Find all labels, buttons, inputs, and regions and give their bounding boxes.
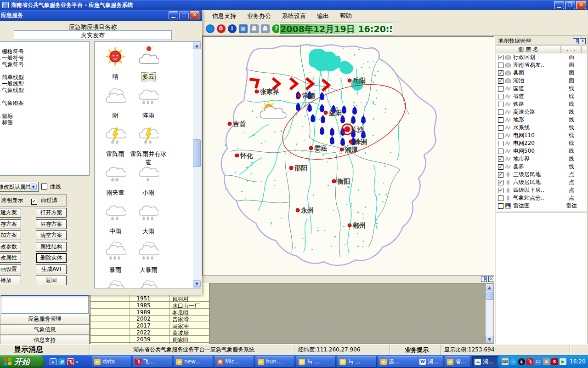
stock-app-icon[interactable]: ▶ [560,358,566,365]
layer-row-湖泊[interactable]: ✓湖泊面 [496,77,587,85]
station-row[interactable]: 2002曾家湾 [90,315,209,322]
layer-row-气象站点分..[interactable]: 气象站点分..点 [496,194,587,202]
tree-leaf-一般线型[interactable]: 一般线型 [0,80,89,87]
weather-symbol-雷阵雨并有冰雹[interactable]: 雷阵雨并有冰雹 [128,123,169,167]
button-修改参数[interactable]: 修改参数 [0,242,21,252]
weather-symbol-多云[interactable]: 多云 [128,46,169,81]
scroll-down-icon[interactable]: ▼ [486,336,493,343]
scroll-up-icon[interactable]: ▲ [486,284,493,291]
weather-symbol-小雨[interactable]: 小雨 [128,162,169,197]
tree-node-其他[interactable]: 其他 [0,106,89,113]
button-返回[interactable]: 返回 [36,276,67,285]
layer-row-行政区划[interactable]: ✓行政区划面 [496,53,587,61]
layer-checkbox[interactable]: ✓ [498,172,503,178]
layer-checkbox[interactable] [498,141,503,146]
layer-checkbox[interactable]: ✓ [498,156,503,162]
button-添加方案[interactable]: 添加方案 [0,230,21,240]
layer-checkbox[interactable] [498,63,503,68]
layer-checkbox[interactable] [498,102,503,107]
close-panel-icon[interactable]: ✕ [488,276,494,282]
default-attr-dropdown[interactable]: 修改默认属性 ▼ [0,182,39,192]
pin-icon[interactable]: 卩 [481,276,487,282]
minimize-button[interactable]: ▁ [554,1,564,9]
tree-leaf-气象线型[interactable]: 气象线型 [0,87,89,93]
scroll-thumb[interactable] [193,139,201,167]
layer-row-水系线[interactable]: 水系线线 [496,124,587,132]
station-row[interactable]: 2022黄坡塘 [90,329,209,336]
maximize-icon[interactable]: □ [179,11,189,19]
msn-icon[interactable]: ‹ [510,358,517,365]
weather-symbol-extra[interactable] [128,278,169,288]
taskbar-task-9[interactable]: W湖... [417,356,443,367]
taskbar-task-6[interactable]: ▤与 ... [296,356,335,367]
qq-penguin-icon[interactable]: 🐧 [518,358,525,365]
taskbar-task-1[interactable]: ▰data [92,356,131,367]
layer-row-省道[interactable]: 省道线 [496,92,587,100]
nav-button-气象信息[interactable]: 气象信息 [0,324,90,335]
menu-item-输出[interactable]: 输出 [312,11,334,22]
column-layer-name[interactable]: 图 层 名 [496,46,561,53]
dialog-titlebar[interactable]: 应急服务 ▁ □ ✕ [0,10,202,21]
station-row[interactable]: 2017马家冲 [90,322,209,329]
menu-item-业务办公[interactable]: 业务办公 [243,11,276,22]
layer-checkbox[interactable] [498,203,503,209]
column-extra[interactable] [581,46,588,53]
button-清空方案[interactable]: 清空方案 [36,230,67,240]
tree-node-符号[interactable]: 符号 [0,42,89,48]
button-保存方案[interactable]: 保存方案 [0,219,21,229]
layer-checkbox[interactable]: ✓ [498,55,503,60]
tree-node-线型[interactable]: 线型 [0,68,89,74]
detail-scrollbar[interactable]: ▲ ▼ [486,284,493,343]
toolbar-printer-icon[interactable]: 🖶 [260,24,270,34]
menu-item-系统设置[interactable]: 系统设置 [277,11,311,22]
button-打开方案[interactable]: 打开方案 [36,208,67,218]
weather-symbol-阵雨[interactable]: 阵雨 [128,85,169,120]
layer-row-地市界[interactable]: ✓地市界线 [496,155,587,163]
scroll-up-icon[interactable]: ▲ [193,42,201,49]
taskbar-task-10[interactable]: ▰省... [445,356,470,367]
nav-button-应急服务管理[interactable]: 应急服务管理 [0,314,90,324]
toolbar-printer-icon[interactable]: 🖶 [249,24,259,34]
toolbar-image-icon[interactable]: ▦ [238,24,248,34]
map-canvas[interactable]: 张家界岳阳常德益阳长沙株洲湘潭娄底吉首怀化邵阳衡阳永州郴州 [202,36,495,276]
layer-row-地形[interactable]: 地形线 [496,116,587,124]
taskbar-task-3[interactable]: ▰new... [174,356,213,367]
weather-symbol-大雨[interactable]: 大雨 [128,201,169,236]
layer-row-县面[interactable]: ✓县面面 [496,69,587,77]
taskbar-task-2[interactable]: 飞飞... [133,356,172,367]
button-新建方案[interactable]: 新建方案 [0,208,21,218]
layer-row-国道[interactable]: 国道线 [496,85,587,92]
feiq-icon[interactable]: 飞 [67,358,74,365]
button-播放[interactable]: 播放 [0,276,21,285]
layer-checkbox[interactable] [498,196,503,201]
station-row[interactable]: 1951凤羽村 [90,295,209,302]
layer-row-雷达图[interactable]: 雷达图雷达 [496,202,587,210]
chevron-more-icon[interactable]: » [76,359,79,364]
start-button[interactable]: 开始 [0,355,45,368]
menu-item-信息支持[interactable]: 信息支持 [208,11,241,22]
tree-leaf-箭标[interactable]: 箭标 [0,113,89,119]
button-属性结构[interactable]: 属性结构 [36,242,67,252]
tree-leaf-一般符号[interactable]: 一般符号 [0,55,89,61]
face-filter-checkbox[interactable]: ✓ [31,199,37,205]
mute-icon[interactable]: ⊘ [543,358,550,365]
layer-checkbox[interactable] [498,117,503,123]
layer-checkbox[interactable]: ✓ [498,70,503,76]
chevron-down-icon[interactable]: ▼ [30,184,37,190]
layer-checkbox[interactable] [498,86,503,92]
toolbar-info-icon[interactable]: i [227,24,237,34]
layer-row-三级居民地[interactable]: ✓三级居民地点 [496,171,587,178]
taskbar-task-5[interactable]: ▰hun... [255,356,294,367]
network-icon[interactable]: 🖵 [535,358,542,365]
tree-node-图案[interactable]: 图案 [0,93,89,100]
button-生成AVI[interactable]: 生成AVI [36,264,67,274]
symbol-tree[interactable]: 符号栅格符号一般符号气象符号线型简单线型一般线型气象线型图案气象图案其他箭标标签 [0,41,90,176]
keyboard-icon[interactable]: ⌨ [502,358,509,365]
weather-symbol-大暴雨[interactable]: 大暴雨 [128,239,169,274]
close-button[interactable]: ✕ [576,1,586,9]
media-player-icon[interactable]: ▸ [50,358,57,365]
layer-row-电网110[interactable]: 电网110线 [496,132,587,139]
restore-button[interactable]: ❐ [565,1,575,9]
button-删除实体[interactable]: 删除实体 [36,253,67,263]
layer-row-高速公路[interactable]: 高速公路线 [496,108,587,116]
